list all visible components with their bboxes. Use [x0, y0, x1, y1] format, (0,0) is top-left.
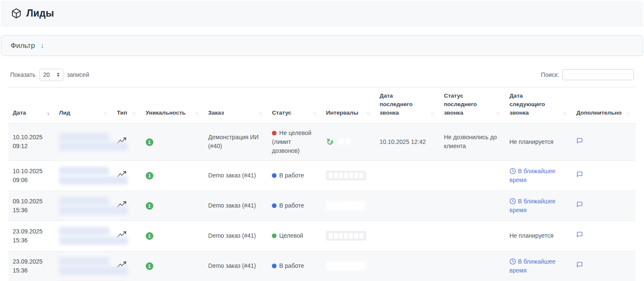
cell-order: Demo заказ (#41) [204, 160, 268, 191]
redacted-interval-item [354, 203, 358, 208]
package-icon [11, 8, 22, 19]
cell-order: Демонстрация ИИ (#40) [204, 123, 268, 160]
column-header[interactable]: Уникальность↑↓ [141, 87, 204, 124]
next-call-link-label: В ближайшее время [509, 168, 555, 183]
column-header[interactable]: Тип↑↓ [113, 87, 141, 124]
sort-icon: ↑↓ [313, 110, 317, 117]
cell-lead [55, 123, 113, 160]
redacted-interval-item [349, 233, 353, 239]
cell-last-call-status [440, 160, 505, 191]
search-input[interactable] [562, 69, 634, 80]
sort-icon: ↑↓ [496, 110, 500, 117]
redacted-interval-item [354, 263, 358, 269]
cell-next-call[interactable]: В ближайшее время [505, 160, 572, 191]
redacted-interval-item [329, 263, 333, 269]
cell-last-call-date [376, 191, 440, 221]
sort-icon: ↑↓ [366, 110, 370, 117]
redacted-interval-item [339, 173, 343, 178]
table-row: 10.10.202509:061Demo заказ (#41)В работе… [8, 160, 636, 191]
redacted-interval-item [339, 233, 343, 239]
comment-icon [576, 171, 583, 177]
redacted-intervals [326, 261, 366, 271]
redacted-interval-item [344, 263, 348, 269]
column-header[interactable]: Заказ↑↓ [204, 87, 268, 124]
table-row: 23.09.202515:361Demo заказ (#41)В работе… [8, 251, 636, 281]
cell-lead [55, 160, 113, 191]
status-dot [272, 173, 277, 178]
cell-intervals [322, 221, 375, 251]
clock-icon [509, 168, 516, 174]
clock-icon [509, 258, 516, 265]
redacted-interval-item [344, 233, 348, 239]
cell-last-call-status: Не дозвонились до клиента [440, 123, 505, 160]
uniqueness-badge: 1 [146, 202, 153, 210]
comment-button[interactable] [576, 201, 583, 208]
column-label: Заказ [208, 110, 224, 116]
cell-date: 09.10.202515:36 [8, 191, 55, 221]
column-header[interactable]: Статус последнего звонка↑↓ [440, 87, 505, 124]
next-call-label: Не планируется [509, 138, 554, 145]
redacted-lead-name [59, 132, 129, 152]
cell-uniqueness: 1 [141, 123, 204, 160]
retry-count-value: 3 [326, 137, 336, 147]
column-label: Дата следующего звонка [509, 93, 545, 116]
redacted-interval-item [349, 203, 353, 208]
redacted-interval-item [349, 173, 353, 178]
sort-icon: ↑↓ [627, 110, 631, 117]
redacted-interval-item [339, 263, 343, 269]
column-header[interactable]: Дополнительно↑↓ [572, 87, 636, 124]
cell-next-call[interactable]: В ближайшее время [505, 251, 572, 281]
column-header[interactable]: Дата↑↓ [8, 87, 55, 124]
redacted-interval-item [349, 263, 353, 269]
comment-button[interactable] [576, 261, 583, 268]
cell-last-call-date [376, 251, 440, 281]
status-dot [272, 264, 277, 268]
redacted-interval-item [359, 173, 363, 178]
column-label: Интервалы [326, 110, 358, 116]
status-dot [272, 203, 277, 208]
cell-next-call[interactable]: В ближайшее время [505, 191, 572, 221]
redacted-interval-item [359, 233, 363, 239]
redacted-interval-item [344, 203, 348, 208]
redacted-lead-name [59, 196, 129, 216]
page-size-select[interactable]: 20 [40, 69, 63, 81]
cell-date: 10.10.202509:06 [8, 160, 55, 191]
uniqueness-badge: 1 [146, 172, 153, 180]
column-header[interactable]: Дата последнего звонка↑↓ [376, 87, 440, 124]
comment-button[interactable] [576, 171, 583, 177]
cell-last-call-status [440, 221, 505, 251]
cell-status: Целевой [268, 221, 322, 251]
cell-extra [572, 251, 636, 281]
cell-order: Demo заказ (#41) [204, 221, 268, 251]
next-call-link-label: В ближайшее время [509, 258, 555, 274]
cell-intervals: ↻3 [322, 123, 375, 160]
cell-lead [55, 251, 113, 281]
redacted-lead-name [59, 226, 129, 246]
column-label: Дата последнего звонка [380, 93, 413, 116]
column-header[interactable]: Статус↑↓ [268, 87, 322, 124]
uniqueness-badge: 1 [146, 138, 153, 146]
column-header[interactable]: Дата следующего звонка↑↓ [505, 87, 572, 124]
filter-label: Фильтр [11, 42, 35, 50]
comment-button[interactable] [576, 231, 583, 238]
filter-toggle[interactable]: Фильтр ↓ [1, 35, 643, 56]
redacted-interval-item [344, 173, 348, 178]
show-label: Показать [10, 71, 36, 78]
comment-button[interactable] [576, 138, 583, 144]
cell-date: 23.09.202515:36 [8, 221, 55, 251]
sort-icon: ↑↓ [430, 110, 435, 117]
redacted-interval-item [359, 203, 363, 208]
redacted-intervals [326, 201, 366, 211]
column-header[interactable]: Интервалы↑↓ [322, 87, 375, 124]
sort-icon: ↑↓ [132, 110, 136, 117]
cell-uniqueness: 1 [141, 221, 204, 251]
cell-date: 10.10.202509:12 [8, 123, 55, 160]
cell-order: Demo заказ (#41) [204, 191, 268, 221]
column-header[interactable]: Лид↑↓ [55, 87, 113, 124]
cell-extra [572, 191, 636, 221]
arrow-down-icon: ↓ [40, 42, 44, 50]
redacted-intervals [326, 171, 366, 180]
cell-lead [55, 191, 113, 221]
status-dot [272, 233, 277, 238]
clock-icon [509, 198, 516, 205]
